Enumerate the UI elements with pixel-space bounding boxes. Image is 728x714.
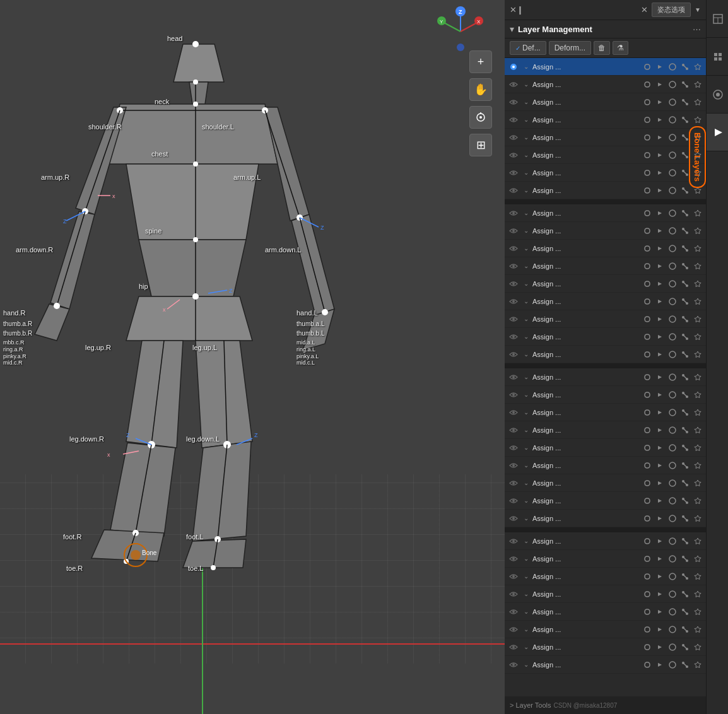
- bone-icon[interactable]: [679, 167, 691, 178]
- bone-icon[interactable]: [679, 372, 691, 383]
- layer-collapse-icon[interactable]: ⌄: [521, 513, 531, 524]
- layer-collapse-icon[interactable]: ⌄: [521, 150, 531, 160]
- bone-icon[interactable]: [679, 79, 691, 90]
- layer-visibility-icon[interactable]: [507, 61, 520, 73]
- layer-item[interactable]: ⌄Assign ...: [505, 275, 706, 293]
- bone-icon[interactable]: [679, 536, 691, 547]
- circle-icon[interactable]: [667, 313, 678, 325]
- side-tab-animation[interactable]: [707, 114, 728, 151]
- arrow-icon[interactable]: [654, 495, 666, 506]
- bone-icon[interactable]: [679, 571, 691, 582]
- layer-collapse-icon[interactable]: ⌄: [521, 460, 531, 471]
- side-tab-tools[interactable]: [707, 38, 728, 76]
- settings-icon[interactable]: [692, 553, 703, 565]
- bone-icon[interactable]: [679, 659, 691, 670]
- layer-collapse-icon[interactable]: ⌄: [521, 407, 531, 418]
- layer-visibility-icon[interactable]: [507, 588, 520, 600]
- settings-icon[interactable]: [692, 331, 703, 342]
- layer-item[interactable]: ⌄Assign ...: [505, 621, 706, 638]
- settings-icon[interactable]: [692, 79, 703, 90]
- layer-visibility-icon[interactable]: [507, 406, 520, 419]
- circle-icon[interactable]: [667, 114, 678, 126]
- circle-icon[interactable]: [667, 442, 678, 454]
- layer-item[interactable]: ⌄Assign ...: [505, 510, 706, 527]
- layer-visibility-icon[interactable]: [507, 348, 520, 361]
- layer-item[interactable]: ⌄Assign ...: [505, 386, 706, 404]
- layer-visibility-icon[interactable]: [507, 295, 520, 308]
- zoom-control[interactable]: +: [469, 50, 492, 73]
- settings-icon[interactable]: [692, 659, 703, 670]
- layer-item[interactable]: ⌄Assign ...: [505, 222, 706, 240]
- layer-item[interactable]: ⌄Assign ...: [505, 550, 706, 568]
- link-icon[interactable]: [642, 278, 653, 290]
- circle-icon[interactable]: [667, 149, 678, 161]
- bone-icon[interactable]: [679, 296, 691, 307]
- bone-icon[interactable]: [679, 114, 691, 126]
- bone-icon[interactable]: [679, 442, 691, 454]
- settings-icon[interactable]: [692, 208, 703, 219]
- layer-visibility-icon[interactable]: [507, 570, 520, 583]
- bone-icon[interactable]: [679, 313, 691, 325]
- settings-icon[interactable]: [692, 225, 703, 237]
- layer-item[interactable]: ⌄Assign ...: [505, 474, 706, 492]
- link-icon[interactable]: [642, 424, 653, 436]
- arrow-icon[interactable]: [654, 407, 666, 418]
- layer-visibility-icon[interactable]: [507, 477, 520, 489]
- layer-item[interactable]: ⌄Assign ...: [505, 310, 706, 328]
- arrow-icon[interactable]: [654, 278, 666, 290]
- layer-item[interactable]: ⌄Assign ...: [505, 204, 706, 222]
- bone-icon[interactable]: [679, 460, 691, 471]
- layer-collapse-icon[interactable]: ⌄: [521, 660, 531, 670]
- arrow-icon[interactable]: [654, 313, 666, 325]
- layer-visibility-icon[interactable]: [507, 96, 520, 108]
- circle-icon[interactable]: [667, 571, 678, 582]
- side-tab-layout[interactable]: [707, 0, 728, 38]
- circle-icon[interactable]: [667, 495, 678, 506]
- arrow-icon[interactable]: [654, 606, 666, 617]
- layer-item[interactable]: ⌄Assign ...: [505, 568, 706, 585]
- circle-icon[interactable]: [667, 97, 678, 108]
- pose-select-btn[interactable]: 姿态选项: [652, 3, 691, 17]
- layer-item[interactable]: ⌄Assign ...: [505, 76, 706, 93]
- link-icon[interactable]: [642, 641, 653, 653]
- settings-icon[interactable]: [692, 132, 703, 143]
- layer-visibility-icon[interactable]: [507, 331, 520, 343]
- link-icon[interactable]: [642, 606, 653, 617]
- layer-collapse-icon[interactable]: ⌄: [521, 554, 531, 564]
- arrow-icon[interactable]: [654, 536, 666, 547]
- bone-icon[interactable]: [679, 278, 691, 290]
- layer-item[interactable]: ⌄Assign ...: [505, 532, 706, 550]
- circle-icon[interactable]: [667, 606, 678, 617]
- layer-collapse-icon[interactable]: ⌄: [521, 79, 531, 90]
- layer-collapse-icon[interactable]: ⌄: [521, 390, 531, 400]
- arrow-icon[interactable]: [654, 61, 666, 73]
- circle-icon[interactable]: [667, 624, 678, 635]
- link-icon[interactable]: [642, 536, 653, 547]
- layer-item[interactable]: ⌄Assign ...: [505, 492, 706, 510]
- circle-icon[interactable]: [667, 407, 678, 418]
- circle-icon[interactable]: [667, 61, 678, 73]
- layer-item[interactable]: ⌄Assign ...: [505, 368, 706, 386]
- link-icon[interactable]: [642, 79, 653, 90]
- bone-icon[interactable]: [679, 606, 691, 617]
- layer-collapse-icon[interactable]: ⌄: [521, 314, 531, 324]
- arrow-icon[interactable]: [654, 460, 666, 471]
- layer-visibility-icon[interactable]: [507, 242, 520, 255]
- layer-item[interactable]: ⌄Assign ...: [505, 58, 706, 76]
- bone-icon[interactable]: [679, 407, 691, 418]
- layer-visibility-icon[interactable]: [507, 313, 520, 325]
- arrow-icon[interactable]: [654, 553, 666, 565]
- circle-icon[interactable]: [667, 278, 678, 290]
- settings-icon[interactable]: [692, 313, 703, 325]
- layer-collapse-icon[interactable]: ⌄: [521, 624, 531, 635]
- arrow-icon[interactable]: [654, 624, 666, 635]
- circle-icon[interactable]: [667, 208, 678, 219]
- link-icon[interactable]: [642, 243, 653, 254]
- bone-icon[interactable]: [679, 185, 691, 196]
- arrow-icon[interactable]: [654, 167, 666, 178]
- layer-collapse-icon[interactable]: ⌄: [521, 115, 531, 125]
- arrow-icon[interactable]: [654, 149, 666, 161]
- link-icon[interactable]: [642, 624, 653, 635]
- arrow-icon[interactable]: [654, 185, 666, 196]
- settings-icon[interactable]: [692, 349, 703, 360]
